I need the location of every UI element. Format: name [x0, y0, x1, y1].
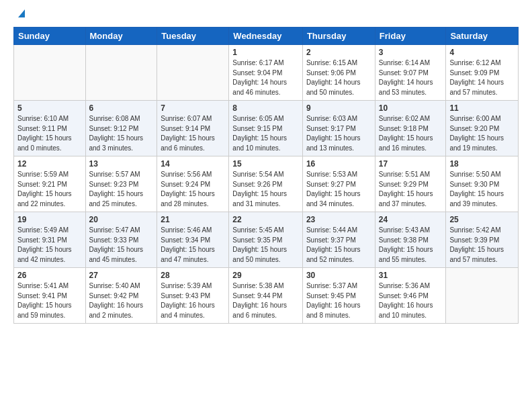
day-detail: Sunrise: 5:46 AM Sunset: 9:34 PM Dayligh…: [161, 226, 225, 265]
weekday-header-sunday: Sunday: [14, 28, 86, 45]
day-number: 7: [161, 103, 225, 113]
calendar-cell: 16Sunrise: 5:53 AM Sunset: 9:27 PM Dayli…: [302, 156, 375, 212]
day-detail: Sunrise: 6:05 AM Sunset: 9:15 PM Dayligh…: [232, 114, 299, 153]
calendar-cell: 24Sunrise: 5:43 AM Sunset: 9:38 PM Dayli…: [375, 212, 446, 268]
day-detail: Sunrise: 5:51 AM Sunset: 9:29 PM Dayligh…: [379, 170, 443, 209]
day-detail: Sunrise: 5:50 AM Sunset: 9:30 PM Dayligh…: [449, 170, 515, 209]
day-number: 26: [17, 271, 82, 280]
day-detail: Sunrise: 5:44 AM Sunset: 9:37 PM Dayligh…: [306, 226, 371, 265]
day-number: 6: [89, 103, 154, 113]
day-detail: Sunrise: 6:03 AM Sunset: 9:17 PM Dayligh…: [306, 114, 371, 153]
calendar-cell: 2Sunrise: 6:15 AM Sunset: 9:06 PM Daylig…: [302, 45, 375, 101]
day-detail: Sunrise: 5:56 AM Sunset: 9:24 PM Dayligh…: [161, 170, 225, 209]
calendar-cell: 21Sunrise: 5:46 AM Sunset: 9:34 PM Dayli…: [157, 212, 229, 268]
day-detail: Sunrise: 6:07 AM Sunset: 9:14 PM Dayligh…: [161, 114, 225, 153]
day-number: 3: [379, 48, 443, 57]
calendar-cell: [446, 268, 519, 324]
day-detail: Sunrise: 5:54 AM Sunset: 9:26 PM Dayligh…: [232, 170, 299, 209]
calendar-cell: 30Sunrise: 5:37 AM Sunset: 9:45 PM Dayli…: [302, 268, 375, 324]
calendar-cell: 23Sunrise: 5:44 AM Sunset: 9:37 PM Dayli…: [302, 212, 375, 268]
day-number: 8: [232, 103, 299, 113]
weekday-header-monday: Monday: [85, 28, 157, 45]
day-detail: Sunrise: 6:17 AM Sunset: 9:04 PM Dayligh…: [232, 58, 299, 97]
day-detail: Sunrise: 5:38 AM Sunset: 9:44 PM Dayligh…: [232, 281, 299, 320]
day-detail: Sunrise: 6:14 AM Sunset: 9:07 PM Dayligh…: [379, 58, 443, 97]
day-number: 23: [306, 215, 371, 224]
day-detail: Sunrise: 6:00 AM Sunset: 9:20 PM Dayligh…: [449, 114, 515, 153]
logo-icon: [15, 7, 28, 19]
day-detail: Sunrise: 5:40 AM Sunset: 9:42 PM Dayligh…: [89, 281, 154, 320]
day-number: 29: [232, 271, 299, 280]
day-number: 10: [379, 103, 443, 113]
day-number: 17: [379, 159, 443, 169]
day-detail: Sunrise: 5:49 AM Sunset: 9:31 PM Dayligh…: [17, 226, 82, 265]
calendar-cell: 14Sunrise: 5:56 AM Sunset: 9:24 PM Dayli…: [157, 156, 229, 212]
calendar-week-row: 1Sunrise: 6:17 AM Sunset: 9:04 PM Daylig…: [14, 45, 519, 101]
day-number: 19: [17, 215, 82, 224]
day-number: 24: [379, 215, 443, 224]
day-number: 15: [232, 159, 299, 169]
logo: [13, 11, 28, 21]
calendar-table: SundayMondayTuesdayWednesdayThursdayFrid…: [13, 27, 519, 324]
weekday-header-tuesday: Tuesday: [157, 28, 229, 45]
day-detail: Sunrise: 6:12 AM Sunset: 9:09 PM Dayligh…: [449, 58, 515, 97]
day-detail: Sunrise: 5:42 AM Sunset: 9:39 PM Dayligh…: [449, 226, 515, 265]
calendar-cell: [157, 45, 229, 101]
day-number: 16: [306, 159, 371, 169]
calendar-week-row: 5Sunrise: 6:10 AM Sunset: 9:11 PM Daylig…: [14, 101, 519, 156]
calendar-cell: [14, 45, 86, 101]
weekday-header-friday: Friday: [375, 28, 446, 45]
day-number: 13: [89, 159, 154, 169]
calendar-cell: 5Sunrise: 6:10 AM Sunset: 9:11 PM Daylig…: [14, 101, 86, 156]
calendar-cell: 1Sunrise: 6:17 AM Sunset: 9:04 PM Daylig…: [229, 45, 303, 101]
calendar-cell: 17Sunrise: 5:51 AM Sunset: 9:29 PM Dayli…: [375, 156, 446, 212]
calendar-week-row: 26Sunrise: 5:41 AM Sunset: 9:41 PM Dayli…: [14, 268, 519, 324]
day-number: 18: [449, 159, 515, 169]
svg-marker-0: [18, 9, 25, 17]
day-number: 27: [89, 271, 154, 280]
calendar-cell: 25Sunrise: 5:42 AM Sunset: 9:39 PM Dayli…: [446, 212, 519, 268]
day-number: 31: [379, 271, 443, 280]
day-number: 2: [306, 48, 371, 57]
calendar-cell: 8Sunrise: 6:05 AM Sunset: 9:15 PM Daylig…: [229, 101, 303, 156]
day-detail: Sunrise: 5:37 AM Sunset: 9:45 PM Dayligh…: [306, 281, 371, 320]
day-number: 12: [17, 159, 82, 169]
day-detail: Sunrise: 5:59 AM Sunset: 9:21 PM Dayligh…: [17, 170, 82, 209]
day-number: 20: [89, 215, 154, 224]
calendar-cell: 19Sunrise: 5:49 AM Sunset: 9:31 PM Dayli…: [14, 212, 86, 268]
calendar-cell: 6Sunrise: 6:08 AM Sunset: 9:12 PM Daylig…: [85, 101, 157, 156]
calendar-cell: 31Sunrise: 5:36 AM Sunset: 9:46 PM Dayli…: [375, 268, 446, 324]
calendar-cell: 11Sunrise: 6:00 AM Sunset: 9:20 PM Dayli…: [446, 101, 519, 156]
calendar-cell: 9Sunrise: 6:03 AM Sunset: 9:17 PM Daylig…: [302, 101, 375, 156]
calendar-cell: 28Sunrise: 5:39 AM Sunset: 9:43 PM Dayli…: [157, 268, 229, 324]
weekday-header-thursday: Thursday: [302, 28, 375, 45]
day-number: 4: [449, 48, 515, 57]
day-detail: Sunrise: 5:47 AM Sunset: 9:33 PM Dayligh…: [89, 226, 154, 265]
day-detail: Sunrise: 5:39 AM Sunset: 9:43 PM Dayligh…: [161, 281, 225, 320]
day-detail: Sunrise: 5:57 AM Sunset: 9:23 PM Dayligh…: [89, 170, 154, 209]
day-number: 25: [449, 215, 515, 224]
calendar-cell: 15Sunrise: 5:54 AM Sunset: 9:26 PM Dayli…: [229, 156, 303, 212]
calendar-cell: 13Sunrise: 5:57 AM Sunset: 9:23 PM Dayli…: [85, 156, 157, 212]
day-number: 9: [306, 103, 371, 113]
calendar-cell: 22Sunrise: 5:45 AM Sunset: 9:35 PM Dayli…: [229, 212, 303, 268]
day-number: 21: [161, 215, 225, 224]
day-number: 5: [17, 103, 82, 113]
day-number: 14: [161, 159, 225, 169]
calendar-cell: [85, 45, 157, 101]
day-detail: Sunrise: 6:02 AM Sunset: 9:18 PM Dayligh…: [379, 114, 443, 153]
day-number: 22: [232, 215, 299, 224]
day-number: 1: [232, 48, 299, 57]
weekday-header-saturday: Saturday: [446, 28, 519, 45]
day-number: 28: [161, 271, 225, 280]
weekday-header-row: SundayMondayTuesdayWednesdayThursdayFrid…: [14, 28, 519, 45]
calendar-cell: 26Sunrise: 5:41 AM Sunset: 9:41 PM Dayli…: [14, 268, 86, 324]
weekday-header-wednesday: Wednesday: [229, 28, 303, 45]
calendar-cell: 18Sunrise: 5:50 AM Sunset: 9:30 PM Dayli…: [446, 156, 519, 212]
calendar-week-row: 19Sunrise: 5:49 AM Sunset: 9:31 PM Dayli…: [14, 212, 519, 268]
day-detail: Sunrise: 6:10 AM Sunset: 9:11 PM Dayligh…: [17, 114, 82, 153]
day-number: 11: [449, 103, 515, 113]
calendar-cell: 7Sunrise: 6:07 AM Sunset: 9:14 PM Daylig…: [157, 101, 229, 156]
calendar-cell: 29Sunrise: 5:38 AM Sunset: 9:44 PM Dayli…: [229, 268, 303, 324]
day-detail: Sunrise: 5:45 AM Sunset: 9:35 PM Dayligh…: [232, 226, 299, 265]
